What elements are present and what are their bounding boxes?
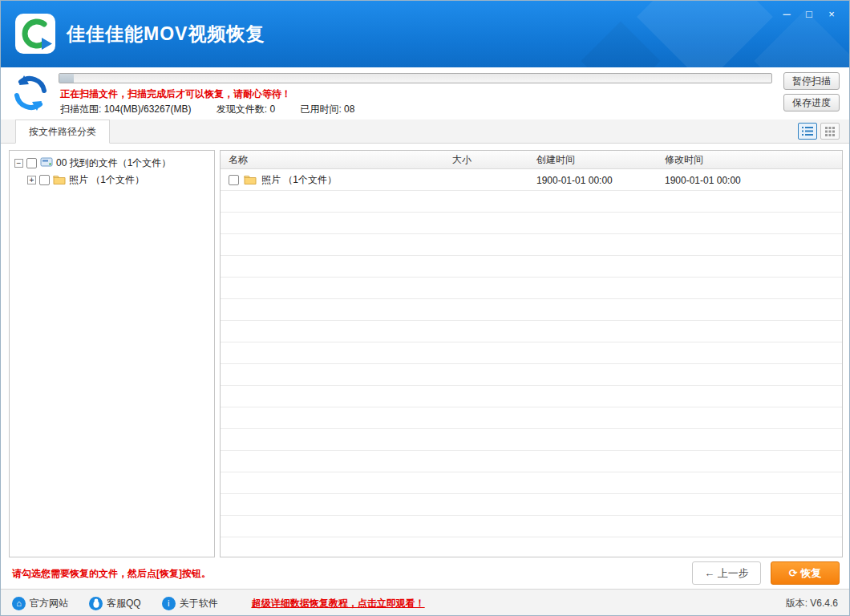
column-header-modified[interactable]: 修改时间 [658, 153, 784, 167]
scan-progress-bar [59, 73, 772, 83]
about-software-link[interactable]: i 关于软件 [162, 597, 218, 610]
app-logo-icon [15, 14, 55, 54]
folder-icon [244, 174, 257, 187]
app-window: 佳佳佳能MOV视频恢复 ─ □ × 正在扫描文件，扫描完成后才可以恢复，请耐心等… [0, 0, 850, 616]
save-progress-button[interactable]: 保存进度 [783, 94, 840, 111]
official-site-link[interactable]: ⌂ 官方网站 [12, 597, 68, 610]
tree-photos-checkbox[interactable] [39, 175, 50, 185]
view-toggle [798, 123, 840, 140]
folder-icon [53, 174, 66, 187]
decor-cube [637, 1, 773, 67]
tab-by-file-path[interactable]: 按文件路径分类 [15, 120, 110, 144]
pause-scan-button[interactable]: 暂停扫描 [783, 72, 840, 90]
left-arrow-icon: ← [704, 567, 714, 579]
minimize-button[interactable]: ─ [775, 6, 798, 23]
tutorial-link[interactable]: 超级详细数据恢复教程，点击立即观看！ [252, 597, 425, 610]
close-button[interactable]: × [820, 6, 843, 23]
info-icon: i [162, 597, 176, 610]
row-modified: 1900-01-01 00:00 [658, 175, 784, 186]
row-checkbox[interactable] [229, 175, 239, 185]
folder-tree-panel: − 00 找到的文件（1个文件） + 照片 （1个文件） [9, 150, 215, 557]
qq-support-link[interactable]: 客服QQ [89, 597, 141, 610]
scan-status-text: 正在扫描文件，扫描完成后才可以恢复，请耐心等待！ [60, 87, 291, 101]
row-created: 1900-01-01 00:00 [530, 175, 658, 186]
elapsed-time-label: 已用时间: 08 [300, 103, 354, 115]
tree-photos-label: 照片 （1个文件） [69, 173, 144, 187]
previous-step-button[interactable]: ← 上一步 [692, 561, 761, 585]
scan-range-label: 扫描范围: 104(MB)/63267(MB) [60, 103, 191, 115]
tree-root-checkbox[interactable] [26, 158, 37, 168]
version-label: 版本: V6.4.6 [786, 597, 838, 610]
expand-icon[interactable]: + [27, 176, 36, 184]
column-header-name[interactable]: 名称 [221, 153, 446, 167]
tree-root-label: 00 找到的文件（1个文件） [56, 156, 171, 170]
recover-hint-text: 请勾选您需要恢复的文件，然后点[恢复]按钮。 [12, 567, 211, 581]
column-header-size[interactable]: 大小 [446, 153, 530, 167]
row-name: 照片 （1个文件） [261, 173, 337, 187]
home-icon: ⌂ [12, 597, 26, 610]
app-title: 佳佳佳能MOV视频恢复 [67, 22, 265, 47]
list-view-button[interactable] [798, 123, 817, 140]
scan-progress-fill [59, 74, 74, 83]
scan-info-line: 扫描范围: 104(MB)/63267(MB) 发现文件数: 0 已用时间: 0… [60, 103, 377, 116]
action-bar: 请勾选您需要恢复的文件，然后点[恢复]按钮。 ← 上一步 ⟳ 恢复 [1, 557, 849, 589]
tree-item-photos[interactable]: + 照片 （1个文件） [14, 172, 214, 188]
scan-bar: 正在扫描文件，扫描完成后才可以恢复，请耐心等待！ 扫描范围: 104(MB)/6… [1, 67, 849, 120]
qq-icon [89, 597, 103, 610]
decor-cube [581, 22, 661, 67]
drive-icon [40, 156, 53, 170]
refresh-icon: ⟳ [789, 567, 798, 579]
titlebar: 佳佳佳能MOV视频恢复 ─ □ × [1, 1, 849, 67]
recover-button[interactable]: ⟳ 恢复 [771, 561, 840, 585]
table-row[interactable]: 照片 （1个文件） 1900-01-01 00:00 1900-01-01 00… [221, 169, 842, 191]
table-header: 名称 大小 创建时间 修改时间 [221, 151, 842, 169]
table-body: 照片 （1个文件） 1900-01-01 00:00 1900-01-01 00… [221, 169, 842, 557]
footer: ⌂ 官方网站 客服QQ i 关于软件 超级详细数据恢复教程，点击立即观看！ 版本… [1, 589, 849, 616]
tree-item-root[interactable]: − 00 找到的文件（1个文件） [14, 155, 214, 172]
grid-view-button[interactable] [820, 123, 840, 140]
tab-strip: 按文件路径分类 [1, 120, 849, 144]
collapse-icon[interactable]: − [14, 159, 23, 168]
window-controls: ─ □ × [775, 6, 843, 23]
maximize-button[interactable]: □ [798, 6, 820, 23]
column-header-created[interactable]: 创建时间 [530, 153, 658, 167]
file-table: 名称 大小 创建时间 修改时间 照片 （1个文件） 1900- [220, 150, 843, 557]
recycle-icon [11, 74, 50, 112]
files-found-label: 发现文件数: 0 [217, 103, 275, 115]
